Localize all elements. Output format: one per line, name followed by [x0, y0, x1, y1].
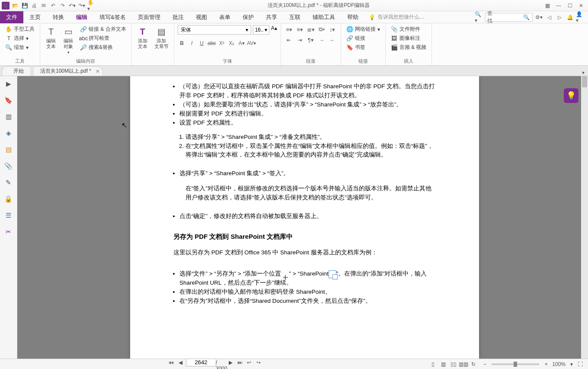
next-page-icon[interactable]: ▶ [227, 359, 235, 366]
font-name-select[interactable]: 宋体▾ [178, 25, 251, 35]
zoom-value[interactable]: 100% [550, 360, 567, 368]
prev-page-icon[interactable]: ◀ [177, 359, 185, 366]
link-merge-button[interactable]: 🔗链接 & 合并文本 [78, 25, 128, 33]
tab-fill-sign[interactable]: 填写&签名 [93, 11, 132, 23]
add-article-button[interactable]: ▤ 添加文章节 [153, 25, 170, 50]
hand-dropdown-icon[interactable]: ✋▾ [87, 2, 95, 10]
spellcheck-button[interactable]: abc拼写检查 [78, 34, 128, 42]
fit-page-icon[interactable]: ⛶ [576, 360, 585, 368]
tab-home[interactable]: 主页 [23, 11, 47, 23]
edit-object-button[interactable]: ▭ 编辑对象 ▾ [61, 25, 76, 55]
zoom-dropdown-icon[interactable]: ▾ [567, 360, 576, 368]
ltr-icon[interactable]: → [317, 35, 326, 44]
signatures-panel-icon[interactable]: ✎ [3, 177, 14, 188]
search-icon[interactable]: 🔍 [522, 13, 530, 22]
tab-connect[interactable]: 互联 [283, 11, 307, 23]
redaction-panel-icon[interactable]: ✂ [3, 227, 14, 237]
zoom-in-icon[interactable]: + [542, 360, 550, 368]
document-canvas[interactable]: （可选）您还可以直接在福昕高级 PDF 编辑器中打开 SharePoint 中的… [17, 76, 588, 359]
attachments-panel-icon[interactable]: 📎 [3, 161, 14, 171]
next-find-icon[interactable]: ▷ [555, 13, 564, 22]
continuous-facing-icon[interactable]: ▥▥ [459, 360, 468, 368]
zoom-out-icon[interactable]: − [480, 360, 489, 368]
bullets-icon[interactable]: ≣▾ [306, 25, 316, 34]
last-page-icon[interactable]: ⏭ [236, 359, 244, 366]
continuous-icon[interactable]: ▥ [439, 360, 447, 368]
vertical-scrollbar[interactable] [581, 76, 588, 359]
scrollbar-thumb[interactable] [582, 76, 587, 87]
zoom-tool-button[interactable]: 🔍缩放▾ [3, 43, 36, 51]
undo-dropdown-icon[interactable]: ↶▾ [68, 2, 76, 10]
tab-page-organize[interactable]: 页面管理 [132, 11, 166, 23]
user-icon[interactable]: 👤▾ [576, 13, 585, 22]
mail-icon[interactable]: ✉ [40, 2, 48, 10]
bell-icon[interactable]: 🔔 [566, 13, 574, 22]
print-icon[interactable]: 🖨 [30, 2, 38, 10]
close-icon[interactable]: ✕ [576, 1, 586, 10]
bookmarks-panel-icon[interactable]: 🔖 [3, 95, 14, 106]
tell-me[interactable]: 💡 告诉我您想做什么… [364, 13, 429, 21]
tab-edit[interactable]: 编辑 [70, 11, 93, 23]
web-link-button[interactable]: 🌐网络链接▾ [345, 25, 382, 33]
expand-nav-icon[interactable]: ▶ [3, 79, 14, 89]
security-panel-icon[interactable]: 🔒 [3, 194, 14, 204]
prev-view-icon[interactable]: ↩ [245, 359, 253, 366]
single-page-icon[interactable]: ▯ [429, 360, 438, 368]
char-spacing-icon[interactable]: AV▾ [247, 39, 256, 48]
subscript-icon[interactable]: X₂ [227, 39, 236, 48]
bookmark-button[interactable]: 🔖书签 [345, 43, 382, 51]
tab-comment[interactable]: 批注 [166, 11, 190, 23]
reflow-icon[interactable]: ↻ [469, 360, 478, 368]
attachment-button[interactable]: 📎文件附件 [389, 25, 428, 33]
tab-protect[interactable]: 保护 [236, 11, 260, 23]
indent-right-icon[interactable]: ⇥ [295, 35, 305, 44]
align-center-icon[interactable]: ≡▾ [295, 25, 305, 34]
facing-icon[interactable]: ▯▯ [449, 360, 458, 368]
tab-accessibility[interactable]: 辅助工具 [307, 11, 341, 23]
audio-video-button[interactable]: 🎬音频 & 视频 [389, 43, 428, 51]
page-number-input[interactable] [186, 359, 216, 366]
redo-icon[interactable]: ↷ [59, 2, 67, 10]
add-text-button[interactable]: T 添加文本 [135, 25, 150, 50]
italic-icon[interactable]: I [188, 39, 196, 48]
minimize-icon[interactable]: — [553, 1, 564, 10]
select-tool-button[interactable]: Ｔ选择▾ [3, 34, 36, 42]
next-view-icon[interactable]: ↪ [255, 359, 262, 366]
gear-icon[interactable]: ⚙▾ [534, 13, 543, 22]
tab-close-icon[interactable]: ✕ [96, 68, 100, 74]
undo-icon[interactable]: ↶ [49, 2, 57, 10]
underline-icon[interactable]: U [198, 39, 206, 48]
para-spacing-icon[interactable]: ¶▾ [306, 35, 316, 44]
layers-panel-icon[interactable]: ◈ [3, 128, 14, 138]
image-annotation-button[interactable]: 🖼图像标注 [389, 34, 428, 42]
collapse-ribbon-icon[interactable]: ▾ [578, 70, 588, 76]
open-icon[interactable]: 📂 [11, 2, 19, 10]
line-spacing-icon[interactable]: ↕▾ [328, 25, 337, 34]
search-input[interactable]: 查找 🔍 [485, 13, 533, 22]
tab-help[interactable]: 帮助 [341, 11, 364, 23]
link-button[interactable]: 🔗链接 [345, 34, 382, 42]
start-tab[interactable]: 开始 [2, 66, 31, 76]
save-icon[interactable]: 💾 [21, 2, 29, 10]
helper-bulb-icon[interactable]: 💡 [564, 88, 578, 103]
strike-icon[interactable]: abc [208, 39, 216, 48]
arrange-icon[interactable]: ▦ [542, 1, 553, 10]
comments-panel-icon[interactable]: ▤ [3, 144, 14, 155]
tab-share[interactable]: 共享 [260, 11, 283, 23]
hand-tool-button[interactable]: ✋手型工具 [3, 25, 36, 33]
fields-panel-icon[interactable]: ☰ [3, 210, 14, 221]
redo-dropdown-icon[interactable]: ↷▾ [78, 2, 86, 10]
edit-text-button[interactable]: T 编辑文本 [44, 25, 58, 50]
font-color-icon[interactable]: A▾ [237, 39, 246, 48]
font-grow-icon[interactable]: A▴ [271, 25, 277, 35]
maximize-icon[interactable]: ☐ [565, 1, 575, 10]
pages-panel-icon[interactable]: ▥ [3, 112, 14, 122]
document-tab[interactable]: 活页夹100M以上.pdf * ✕ [33, 66, 103, 76]
font-size-select[interactable]: 16..▾ [253, 25, 269, 35]
tab-view[interactable]: 视图 [190, 11, 213, 23]
numbering-icon[interactable]: ⧉▾ [317, 25, 326, 34]
align-left-icon[interactable]: ≡▾ [284, 25, 294, 34]
bold-icon[interactable]: B [178, 39, 186, 48]
tab-file[interactable]: 文件 [0, 11, 23, 23]
tab-form[interactable]: 表单 [213, 11, 236, 23]
